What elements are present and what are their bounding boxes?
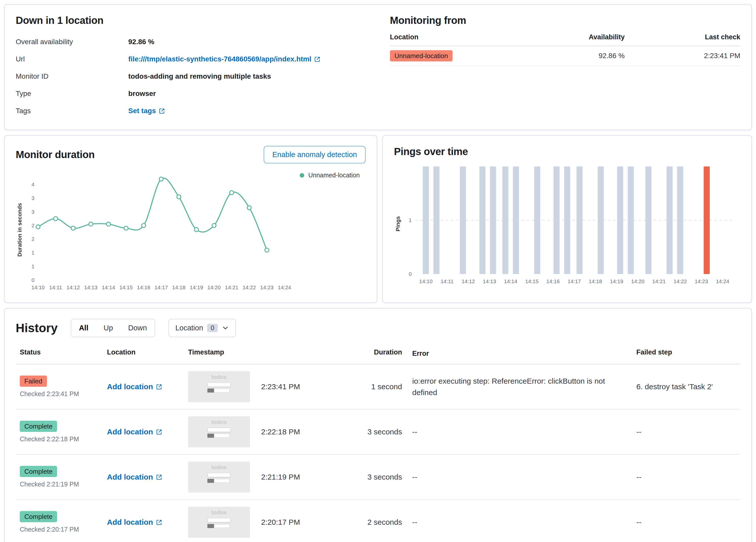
history-title: History <box>16 321 58 335</box>
uptime-monitor-page: Down in 1 location Overall availability … <box>0 0 756 542</box>
location-filter-button[interactable]: Location 0 <box>168 319 236 337</box>
svg-text:14:20: 14:20 <box>631 279 645 284</box>
svg-text:14:12: 14:12 <box>67 285 80 290</box>
external-link-icon <box>156 519 162 525</box>
external-link-icon <box>159 108 165 114</box>
overall-availability-value: 92.86 % <box>128 38 374 46</box>
svg-text:2: 2 <box>31 222 34 228</box>
checked-timestamp: Checked 2:22:18 PM <box>20 435 79 443</box>
history-table-header: Status Location Timestamp Duration Error… <box>16 349 740 364</box>
status-section: Down in 1 location Overall availability … <box>16 15 374 119</box>
svg-text:14:14: 14:14 <box>504 279 517 284</box>
failed-step: -- <box>629 518 740 527</box>
table-row: Failed Checked 2:23:41 PM Add location t… <box>16 364 740 410</box>
column-header-duration: Duration <box>361 349 406 359</box>
svg-text:14:24: 14:24 <box>716 279 729 284</box>
thumbnail-input-sketch <box>207 518 231 522</box>
status-title: Down in 1 location <box>16 15 374 26</box>
ping-timestamp: 2:22:18 PM <box>261 428 300 436</box>
detail-label: Overall availability <box>16 38 128 46</box>
svg-text:14:14: 14:14 <box>102 285 115 290</box>
chevron-down-icon <box>222 325 229 332</box>
svg-text:14:17: 14:17 <box>568 279 581 284</box>
status-filter-group: All Up Down <box>71 319 155 337</box>
set-tags-text: Set tags <box>128 107 156 115</box>
svg-text:14:11: 14:11 <box>441 279 454 284</box>
duration-chart: 14:1014:1114:1214:1314:1414:1514:1614:17… <box>24 167 293 292</box>
detail-row-availability: Overall availability 92.86 % <box>16 33 374 50</box>
legend-dot-icon <box>300 173 304 178</box>
pings-over-time-panel: Pings over time Pings 14:1014:1114:1214:… <box>382 135 752 303</box>
failed-step: -- <box>629 428 740 436</box>
add-location-link[interactable]: Add location <box>107 518 162 527</box>
enable-anomaly-detection-button[interactable]: Enable anomaly detection <box>264 146 366 163</box>
pings-over-time-title: Pings over time <box>394 146 468 157</box>
monitoring-from-title: Monitoring from <box>390 15 740 26</box>
add-location-link[interactable]: Add location <box>107 428 162 436</box>
checked-timestamp: Checked 2:21:19 PM <box>20 481 79 488</box>
column-header-location: Location <box>390 33 548 46</box>
set-tags-link[interactable]: Set tags <box>128 107 165 115</box>
table-row: Complete Checked 2:21:19 PM Add location… <box>16 455 740 500</box>
location-count-badge: 0 <box>207 324 218 332</box>
thumbnail-input-sketch <box>207 473 231 477</box>
svg-text:0: 0 <box>409 271 412 277</box>
filter-down-button[interactable]: Down <box>121 319 155 337</box>
detail-label: Tags <box>16 107 128 115</box>
svg-text:14:16: 14:16 <box>137 285 150 290</box>
svg-text:2: 2 <box>31 236 34 242</box>
checked-timestamp: Checked 2:23:41 PM <box>20 390 79 398</box>
column-header-location: Location <box>107 349 188 359</box>
status-badge: Complete <box>20 511 57 522</box>
duration-chart-area: Duration in seconds 14:1014:1114:1214:13… <box>16 167 366 292</box>
svg-text:14:15: 14:15 <box>119 285 133 290</box>
svg-text:14:13: 14:13 <box>84 285 98 290</box>
column-header-last-check: Last check <box>625 33 740 46</box>
svg-text:1: 1 <box>31 250 34 255</box>
svg-text:14:21: 14:21 <box>652 279 666 284</box>
detail-row-tags: Tags Set tags <box>16 102 374 119</box>
detail-label: Url <box>16 55 128 63</box>
svg-text:1: 1 <box>31 263 34 269</box>
external-link-icon <box>156 429 162 435</box>
step-screenshot-thumbnail[interactable]: todos <box>188 416 250 447</box>
history-panel: History All Up Down Location 0 Status Lo… <box>4 308 752 542</box>
svg-text:14:17: 14:17 <box>155 285 168 290</box>
monitor-details-list: Overall availability 92.86 % Url file://… <box>16 33 374 119</box>
status-badge: Complete <box>20 421 57 432</box>
svg-text:14:11: 14:11 <box>49 285 62 290</box>
duration-y-axis-label: Duration in seconds <box>16 167 24 292</box>
location-badge: Unnamed-location <box>390 50 453 61</box>
pings-chart: 14:1014:1114:1214:1314:1414:1514:1614:17… <box>402 161 740 286</box>
ping-timestamp: 2:21:19 PM <box>261 473 300 481</box>
checked-timestamp: Checked 2:20:17 PM <box>20 526 79 533</box>
external-link-icon <box>156 384 162 390</box>
filter-all-button[interactable]: All <box>71 319 96 337</box>
monitoring-from-table: Location Availability Last check Unnamed… <box>390 33 740 66</box>
monitor-url-link[interactable]: file:///tmp/elastic-synthetics-764860569… <box>128 55 320 63</box>
table-row: Unnamed-location 92.86 % 2:23:41 PM <box>390 46 740 66</box>
ping-duration: 2 seconds <box>361 518 406 527</box>
monitor-id-value: todos-adding and removing multiple tasks <box>128 72 374 80</box>
legend-label: Unnamed-location <box>308 171 360 179</box>
detail-row-url: Url file:///tmp/elastic-synthetics-76486… <box>16 50 374 68</box>
chart-legend[interactable]: Unnamed-location <box>293 167 366 292</box>
step-screenshot-thumbnail[interactable]: todos <box>188 462 250 493</box>
svg-text:14:18: 14:18 <box>172 285 186 290</box>
svg-text:14:19: 14:19 <box>610 279 623 284</box>
external-link-icon <box>156 474 162 480</box>
add-location-link[interactable]: Add location <box>107 473 162 481</box>
table-row: Complete Checked 2:20:17 PM Add location… <box>16 500 740 542</box>
step-screenshot-thumbnail[interactable]: todos <box>188 507 250 538</box>
failed-step: -- <box>629 473 740 481</box>
ping-error: -- <box>406 426 629 438</box>
filter-up-button[interactable]: Up <box>96 319 120 337</box>
step-screenshot-thumbnail[interactable]: todos <box>188 371 250 402</box>
ping-timestamp: 2:20:17 PM <box>261 518 300 527</box>
add-location-link[interactable]: Add location <box>107 382 162 391</box>
pings-chart-area: Pings 14:1014:1114:1214:1314:1414:1514:1… <box>394 161 740 286</box>
failed-step: 6. destroy task 'Task 2' <box>629 382 740 391</box>
column-header-failed-step: Failed step <box>629 349 740 359</box>
column-header-availability: Availability <box>548 33 625 46</box>
detail-label: Type <box>16 90 128 98</box>
